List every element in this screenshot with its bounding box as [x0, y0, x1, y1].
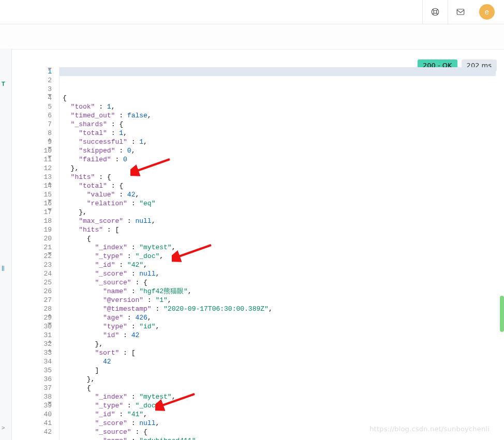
- code-line[interactable]: ]: [60, 366, 496, 375]
- code-line[interactable]: "_shards" : {: [60, 120, 496, 129]
- code-line[interactable]: "took" : 1,: [60, 102, 496, 111]
- code-line[interactable]: "timed_out" : false,: [60, 111, 496, 120]
- gutter-line[interactable]: 22: [21, 252, 52, 261]
- code-line[interactable]: "value" : 42,: [60, 190, 496, 199]
- gutter-line[interactable]: 31: [21, 331, 52, 340]
- code-line[interactable]: "_source" : {: [60, 428, 496, 436]
- code-line[interactable]: "sort" : [: [60, 348, 496, 357]
- gutter-line[interactable]: 26: [21, 287, 52, 296]
- gutter-line[interactable]: 1: [21, 67, 52, 76]
- fold-icon[interactable]: [48, 323, 52, 325]
- editor-gutter[interactable]: 1234567891011121314151617181920212223242…: [21, 67, 60, 440]
- code-line[interactable]: "skipped" : 0,: [60, 146, 496, 155]
- code-line[interactable]: "max_score" : null,: [60, 217, 496, 225]
- gutter-line[interactable]: 25: [21, 278, 52, 287]
- code-line[interactable]: "_type" : "_doc",: [60, 252, 496, 261]
- gutter-line[interactable]: 41: [21, 419, 52, 428]
- gutter-line[interactable]: 14: [21, 181, 52, 190]
- code-line[interactable]: "total" : {: [60, 181, 496, 190]
- code-line[interactable]: },: [60, 375, 496, 384]
- gutter-line[interactable]: 6: [21, 111, 52, 120]
- code-line[interactable]: "type" : "id",: [60, 322, 496, 331]
- gutter-line[interactable]: 24: [21, 269, 52, 278]
- gutter-line[interactable]: 29: [21, 313, 52, 322]
- code-line[interactable]: {: [60, 234, 496, 243]
- editor[interactable]: 1234567891011121314151617181920212223242…: [21, 67, 496, 440]
- gutter-line[interactable]: 34: [21, 357, 52, 366]
- gutter-line[interactable]: 10: [21, 146, 52, 155]
- gutter-line[interactable]: 3: [21, 85, 52, 94]
- avatar[interactable]: e: [479, 4, 495, 20]
- gutter-line[interactable]: 7: [21, 120, 52, 129]
- gutter-line[interactable]: 18: [21, 217, 52, 225]
- fold-icon[interactable]: [48, 147, 52, 149]
- gutter-line[interactable]: 5: [21, 102, 52, 111]
- gutter-line[interactable]: 4: [21, 94, 52, 102]
- gutter-line[interactable]: 11: [21, 155, 52, 164]
- fold-icon[interactable]: [48, 340, 52, 343]
- code-line[interactable]: },: [60, 164, 496, 173]
- code-line[interactable]: "_score" : null,: [60, 269, 496, 278]
- gutter-line[interactable]: 42: [21, 428, 52, 436]
- code-line[interactable]: "relation" : "eq": [60, 199, 496, 208]
- gutter-line[interactable]: 32: [21, 340, 52, 348]
- code-line[interactable]: "id" : 42: [60, 331, 496, 340]
- fold-icon[interactable]: [48, 314, 52, 316]
- help-icon[interactable]: [422, 0, 448, 24]
- code-line[interactable]: "_type" : "_doc",: [60, 401, 496, 410]
- code-line[interactable]: "hits" : {: [60, 173, 496, 181]
- gutter-line[interactable]: 35: [21, 366, 52, 375]
- code-line[interactable]: "_score" : null,: [60, 419, 496, 428]
- code-line[interactable]: "@timestamp" : "2020-09-17T06:30:00.389Z…: [60, 305, 496, 313]
- code-line[interactable]: "@version" : "1",: [60, 296, 496, 305]
- gutter-line[interactable]: 8: [21, 129, 52, 138]
- fold-icon[interactable]: [48, 182, 52, 185]
- code-line[interactable]: "_id" : "41",: [60, 410, 496, 419]
- fold-icon[interactable]: [48, 349, 52, 352]
- code-line[interactable]: },: [60, 208, 496, 217]
- gutter-line[interactable]: 37: [21, 384, 52, 392]
- code-line[interactable]: "age" : 426,: [60, 313, 496, 322]
- code-line[interactable]: "total" : 1,: [60, 129, 496, 138]
- gutter-line[interactable]: 21: [21, 243, 52, 252]
- fold-icon[interactable]: [48, 402, 52, 404]
- gutter-line[interactable]: 16: [21, 199, 52, 208]
- gutter-line[interactable]: 15: [21, 190, 52, 199]
- code-line[interactable]: "successful" : 1,: [60, 138, 496, 146]
- gutter-line[interactable]: 17: [21, 208, 52, 217]
- gutter-line[interactable]: 40: [21, 410, 52, 419]
- gutter-line[interactable]: 23: [21, 261, 52, 269]
- code-line[interactable]: {: [60, 384, 496, 392]
- gutter-line[interactable]: 12: [21, 164, 52, 173]
- code-line[interactable]: "name" : "adubibasd411",: [60, 436, 496, 440]
- gutter-line[interactable]: 19: [21, 225, 52, 234]
- gutter-line[interactable]: 27: [21, 296, 52, 305]
- code-line[interactable]: {: [60, 94, 496, 102]
- gutter-line[interactable]: 2: [21, 76, 52, 85]
- code-line[interactable]: "_index" : "mytest",: [60, 392, 496, 401]
- fold-icon[interactable]: [48, 94, 52, 97]
- code-line[interactable]: 42: [60, 357, 496, 366]
- gutter-line[interactable]: 20: [21, 234, 52, 243]
- gutter-line[interactable]: 28: [21, 305, 52, 313]
- fold-icon[interactable]: [48, 200, 52, 202]
- fold-icon[interactable]: [48, 208, 52, 211]
- fold-icon[interactable]: [48, 68, 52, 70]
- gutter-line[interactable]: 33: [21, 348, 52, 357]
- code-line[interactable]: "name" : "hgf42熊猫眼",: [60, 287, 496, 296]
- mail-icon[interactable]: [448, 0, 473, 24]
- fold-icon[interactable]: [48, 156, 52, 158]
- gutter-line[interactable]: 9: [21, 138, 52, 146]
- fold-icon[interactable]: [48, 252, 52, 255]
- gutter-line[interactable]: 38: [21, 392, 52, 401]
- gutter-line[interactable]: 36: [21, 375, 52, 384]
- gutter-line[interactable]: 13: [21, 173, 52, 181]
- code-line[interactable]: },: [60, 340, 496, 348]
- fold-icon[interactable]: [48, 138, 52, 141]
- gutter-line[interactable]: 39: [21, 401, 52, 410]
- code-line[interactable]: "_id" : "42",: [60, 261, 496, 269]
- code-line[interactable]: "hits" : [: [60, 225, 496, 234]
- gutter-line[interactable]: 30: [21, 322, 52, 331]
- code-line[interactable]: "_index" : "mytest",: [60, 243, 496, 252]
- editor-code[interactable]: { "took" : 1, "timed_out" : false, "_sha…: [60, 67, 496, 440]
